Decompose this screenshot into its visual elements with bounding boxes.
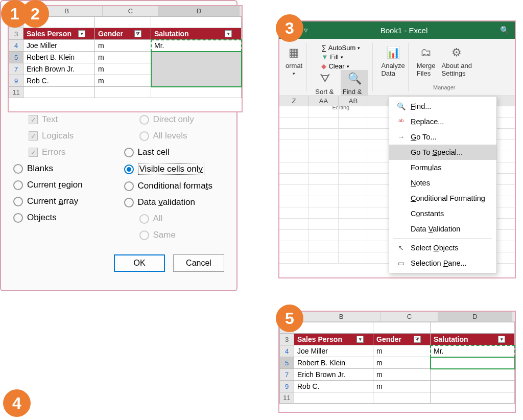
col-header[interactable]: C (381, 312, 438, 321)
analyze-icon: 📊 (386, 45, 401, 60)
radio-all-levels: All levels (124, 128, 225, 144)
radio-blanks[interactable]: Blanks (13, 160, 114, 177)
row-header[interactable]: 3 (280, 334, 294, 345)
clear-button[interactable]: ◆ Clear ▾ (321, 62, 360, 70)
goto-icon: → (396, 133, 406, 141)
radio-cond-formats[interactable]: Conditional formats (124, 178, 225, 194)
row-header[interactable]: 11 (280, 392, 294, 404)
dd-selection-pane[interactable]: ▭Selection Pane... (389, 255, 496, 271)
filter-icon[interactable]: ▾ (78, 30, 85, 37)
merge-button[interactable]: 🗂MergeFiles (415, 44, 438, 78)
table-header[interactable]: Sales Person▾ (294, 334, 373, 345)
row-header[interactable]: 3 (9, 28, 23, 40)
cell[interactable]: m (95, 52, 151, 63)
dd-goto-special[interactable]: Go To Special... (389, 145, 496, 160)
col-header[interactable]: D (438, 312, 512, 321)
format-button[interactable]: ▦ormat▾ (283, 44, 304, 77)
radio-dv-same: Same (124, 227, 225, 243)
cell-selection[interactable] (151, 52, 242, 87)
filter-icon[interactable]: ▾ (498, 336, 505, 343)
cell[interactable]: Robert B. Klein (23, 52, 95, 63)
fill-button[interactable]: ▼ Fill ▾ (321, 53, 360, 61)
dd-replace[interactable]: ᵃᵇReplace... (389, 114, 496, 129)
ok-button[interactable]: OK (114, 254, 165, 272)
about-button[interactable]: ⚙About andSettings (440, 44, 474, 78)
cell-active[interactable] (431, 357, 515, 369)
analyze-button[interactable]: 📊AnalyzeData (379, 44, 407, 78)
cell[interactable]: Mr. (151, 40, 242, 52)
workbook-title: Book1 - Excel (381, 26, 428, 35)
step-badge-5: 5 (276, 305, 303, 332)
table-header[interactable]: Salutation▾ (151, 28, 242, 40)
eraser-icon: ◆ (321, 62, 326, 70)
dd-constants[interactable]: Constants (389, 206, 496, 221)
radio-objects[interactable]: Objects (13, 209, 114, 226)
radio-data-validation[interactable]: Data validation (124, 194, 225, 211)
replace-icon: ᵃᵇ (396, 118, 406, 126)
cell[interactable]: Joe Miller (23, 40, 95, 52)
row-header[interactable]: 4 (280, 345, 294, 357)
radio-current-region[interactable]: Current region (13, 177, 114, 193)
radio-current-array[interactable]: Current array (13, 193, 114, 209)
row-header[interactable]: 7 (9, 63, 23, 75)
cell[interactable]: Mr. (431, 345, 515, 357)
row-header[interactable]: 4 (9, 40, 23, 52)
row-header[interactable]: 11 (9, 87, 23, 98)
search-icon[interactable]: 🔍 (500, 26, 510, 35)
dd-cond-format[interactable]: Conditional Formatting (389, 191, 496, 206)
radio-last-cell[interactable]: Last cell (124, 144, 225, 160)
dd-select-objects[interactable]: ↖Select Objects (389, 240, 496, 255)
cell[interactable]: Rob C. (23, 75, 95, 87)
cell[interactable]: Erich Brown Jr. (23, 63, 95, 75)
filter-icon[interactable]: ▾ (356, 336, 364, 343)
col-header[interactable]: AA (309, 96, 339, 106)
autosum-button[interactable]: ∑ AutoSum ▾ (321, 44, 360, 52)
check-text: ✓Text (13, 111, 114, 128)
check-logicals: ✓Logicals (13, 128, 114, 144)
cell[interactable]: Joe Miller (294, 345, 373, 357)
merge-icon: 🗂 (418, 45, 434, 60)
cell[interactable]: Robert B. Klein (294, 357, 373, 369)
pointer-icon: ↖ (396, 244, 406, 252)
col-header[interactable]: Z (279, 96, 309, 106)
sigma-icon: ∑ (321, 44, 326, 52)
table-header[interactable]: Gender⧩ (373, 334, 431, 345)
filter-icon[interactable]: ⧩ (414, 336, 421, 343)
cell[interactable]: Erich Brown Jr. (294, 369, 373, 381)
row-header[interactable]: 9 (280, 381, 294, 392)
cell[interactable] (431, 381, 515, 392)
row-header[interactable]: 5 (280, 357, 294, 369)
cell[interactable]: Rob C. (294, 381, 373, 392)
filter-icon[interactable]: ⧩ (134, 30, 141, 37)
col-header[interactable]: C (103, 6, 159, 16)
cell[interactable]: m (373, 369, 431, 381)
row-header[interactable]: 7 (280, 369, 294, 381)
row-header[interactable]: 9 (9, 75, 23, 87)
cell[interactable]: m (95, 63, 151, 75)
cell[interactable] (431, 369, 515, 381)
cell[interactable]: m (95, 40, 151, 52)
cell[interactable]: m (373, 357, 431, 369)
cancel-button[interactable]: Cancel (173, 254, 224, 272)
dd-find[interactable]: 🔍Find... (389, 99, 496, 114)
dd-notes[interactable]: Notes (389, 175, 496, 191)
dd-formulas[interactable]: Formulas (389, 160, 496, 175)
table-header[interactable]: Salutation▾ (431, 334, 515, 345)
dd-data-validation[interactable]: Data Validation (389, 221, 496, 237)
dd-goto[interactable]: →Go To... (389, 129, 496, 145)
row-header[interactable]: 5 (9, 52, 23, 63)
panel-bottom-table: B C D 2 3 Sales Person▾ Gender⧩ Salutati… (278, 311, 516, 413)
cell[interactable]: m (373, 345, 431, 357)
filter-icon[interactable]: ▾ (225, 30, 232, 37)
cell[interactable]: m (95, 75, 151, 87)
title-bar: ▥ ▾ ▿ Book1 - Excel 🔍 (279, 21, 515, 39)
radio-visible-cells[interactable]: Visible cells only (124, 160, 225, 178)
col-header[interactable]: D (159, 6, 240, 16)
table-header[interactable]: Gender⧩ (95, 28, 151, 40)
col-header[interactable]: AB (339, 96, 368, 106)
table-header[interactable]: Sales Person▾ (23, 28, 95, 40)
cell[interactable]: m (373, 381, 431, 392)
group-label-manager: Manager (433, 84, 455, 90)
find-select-dropdown: 🔍Find... ᵃᵇReplace... →Go To... Go To Sp… (389, 96, 497, 273)
col-header[interactable]: B (302, 312, 381, 321)
